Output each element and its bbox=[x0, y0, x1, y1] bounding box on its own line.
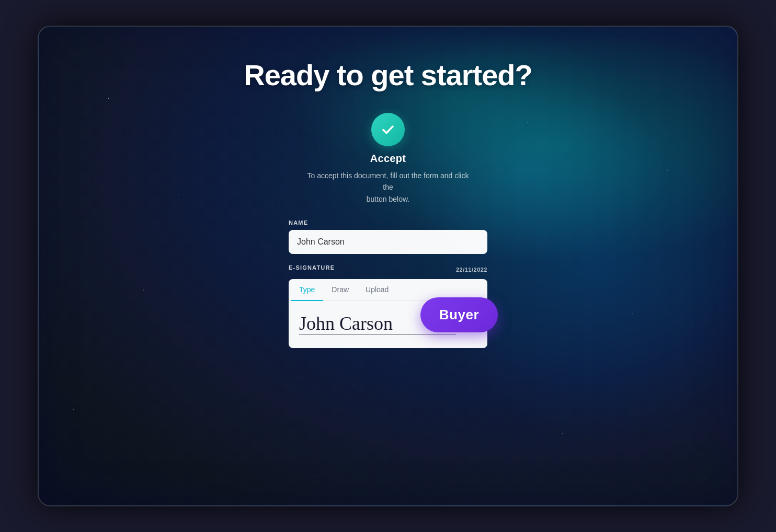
esig-header: E-SIGNATURE 22/11/2022 bbox=[289, 264, 487, 275]
device-frame: Ready to get started? Accept To accept t… bbox=[38, 26, 738, 506]
tab-type[interactable]: Type bbox=[291, 279, 323, 301]
esig-date: 22/11/2022 bbox=[456, 267, 487, 273]
form-wrapper: NAME E-SIGNATURE 22/11/2022 Type Draw Up… bbox=[289, 219, 487, 348]
accept-description: To accept this document, fill out the fo… bbox=[304, 170, 472, 205]
checkmark-icon bbox=[380, 121, 396, 138]
tab-draw[interactable]: Draw bbox=[323, 279, 357, 301]
accept-label: Accept bbox=[370, 153, 406, 165]
buyer-button[interactable]: Buyer bbox=[420, 297, 498, 332]
page-title: Ready to get started? bbox=[244, 58, 532, 92]
sig-underline bbox=[299, 334, 456, 334]
tab-upload[interactable]: Upload bbox=[357, 279, 397, 301]
name-input[interactable] bbox=[289, 230, 487, 254]
name-field-label: NAME bbox=[289, 219, 487, 226]
esig-label: E-SIGNATURE bbox=[289, 264, 335, 271]
main-content: Ready to get started? Accept To accept t… bbox=[39, 27, 737, 348]
accept-icon-circle bbox=[371, 113, 405, 146]
